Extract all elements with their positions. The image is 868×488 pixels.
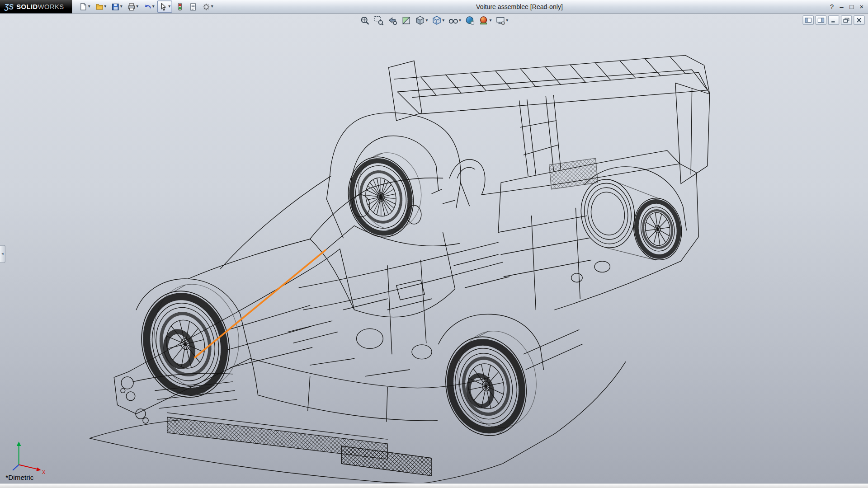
eyeglasses-icon bbox=[448, 15, 458, 25]
options-button[interactable]: ▾ bbox=[200, 0, 215, 13]
section-view-button[interactable] bbox=[400, 15, 412, 26]
solidworks-window: ƷS SOLIDWORKS ▾ ▾ ▾ ▾ bbox=[0, 0, 868, 488]
undo-icon bbox=[143, 2, 152, 11]
graphics-viewport[interactable]: ▾ ▾ ▾ bbox=[0, 13, 868, 483]
close-button[interactable]: × bbox=[860, 3, 864, 10]
triad-x-label: X bbox=[42, 469, 46, 475]
restore-document-icon bbox=[843, 18, 850, 23]
chevron-down-icon: ▾ bbox=[152, 5, 155, 9]
display-style-icon bbox=[432, 15, 442, 25]
chevron-down-icon: ▾ bbox=[442, 18, 444, 23]
titlebar: ƷS SOLIDWORKS ▾ ▾ ▾ ▾ bbox=[0, 0, 868, 14]
new-document-button[interactable]: ▾ bbox=[77, 0, 92, 13]
minimize-document-icon bbox=[830, 18, 837, 23]
minimize-document-button[interactable] bbox=[828, 15, 839, 25]
file-properties-icon bbox=[188, 2, 197, 11]
view-orientation-button[interactable]: ▾ bbox=[414, 15, 429, 26]
minimize-button[interactable]: – bbox=[840, 3, 844, 10]
zoom-to-area-icon bbox=[373, 15, 383, 25]
hide-show-items-button[interactable]: ▾ bbox=[447, 15, 462, 26]
document-window-controls bbox=[803, 15, 865, 25]
save-icon bbox=[111, 2, 120, 11]
view-settings-button[interactable]: ▾ bbox=[494, 15, 509, 26]
new-document-icon bbox=[79, 2, 88, 11]
chevron-down-icon: ▾ bbox=[168, 5, 170, 9]
rebuild-traffic-light-icon bbox=[175, 2, 184, 11]
save-button[interactable]: ▾ bbox=[109, 0, 124, 13]
view-settings-icon bbox=[495, 15, 505, 25]
chevron-down-icon: ▾ bbox=[104, 5, 106, 9]
print-icon bbox=[127, 2, 136, 11]
window-title: Voiture assemblee [Read-only] bbox=[476, 0, 563, 13]
pane-left-icon bbox=[805, 18, 811, 23]
select-cursor-icon bbox=[159, 2, 168, 11]
previous-view-button[interactable] bbox=[387, 15, 399, 26]
chevron-down-icon: ▾ bbox=[506, 18, 508, 23]
heads-up-view-toolbar: ▾ ▾ ▾ bbox=[359, 15, 509, 26]
pane-left-button[interactable] bbox=[803, 15, 814, 25]
chevron-down-icon: ▾ bbox=[120, 5, 123, 9]
pane-right-button[interactable] bbox=[816, 15, 826, 25]
apply-scene-icon bbox=[479, 15, 489, 25]
chevron-down-icon: ▾ bbox=[136, 5, 138, 9]
chevron-down-icon: ▾ bbox=[489, 18, 491, 23]
print-button[interactable]: ▾ bbox=[125, 0, 140, 13]
featuremanager-collapse-tab[interactable]: ◂ bbox=[0, 245, 5, 263]
close-document-icon bbox=[856, 18, 863, 23]
edit-appearance-button[interactable] bbox=[464, 15, 476, 26]
view-orientation-cube-icon bbox=[415, 15, 425, 25]
file-properties-button[interactable] bbox=[187, 0, 199, 13]
maximize-button[interactable]: □ bbox=[849, 3, 854, 10]
zoom-to-fit-icon bbox=[360, 15, 370, 25]
options-gear-icon bbox=[202, 2, 211, 11]
display-style-button[interactable]: ▾ bbox=[431, 15, 446, 26]
close-document-button[interactable] bbox=[854, 15, 864, 25]
3ds-logo-icon: ƷS bbox=[5, 3, 14, 11]
solidworks-logo: ƷS SOLIDWORKS bbox=[0, 0, 72, 13]
selected-edge-highlight bbox=[195, 250, 326, 357]
appearance-ball-icon bbox=[465, 15, 475, 25]
open-folder-icon bbox=[94, 2, 104, 11]
chevron-down-icon: ▾ bbox=[459, 18, 461, 23]
chevron-down-icon: ▾ bbox=[211, 5, 213, 9]
zoom-to-area-button[interactable] bbox=[373, 15, 385, 26]
section-view-icon bbox=[401, 15, 411, 25]
collapse-arrow-icon: ◂ bbox=[1, 252, 3, 256]
apply-scene-button[interactable]: ▾ bbox=[478, 15, 493, 26]
previous-view-icon bbox=[387, 15, 397, 25]
brand-text: SOLIDWORKS bbox=[16, 3, 64, 10]
bottom-edge-strip bbox=[0, 483, 868, 488]
chevron-down-icon: ▾ bbox=[88, 5, 90, 9]
restore-document-button[interactable] bbox=[841, 15, 852, 25]
view-orientation-label: *Dimetric bbox=[5, 474, 33, 481]
model-wireframe-race-car[interactable] bbox=[0, 13, 868, 483]
window-controls: ? – □ × bbox=[830, 0, 863, 13]
undo-button[interactable]: ▾ bbox=[141, 0, 156, 13]
reference-triad[interactable]: X bbox=[7, 436, 51, 476]
chevron-down-icon: ▾ bbox=[426, 18, 428, 23]
zoom-to-fit-button[interactable] bbox=[359, 15, 371, 26]
rebuild-button[interactable] bbox=[173, 0, 185, 13]
main-toolbar: ▾ ▾ ▾ ▾ ▾ bbox=[76, 1, 215, 12]
select-button[interactable]: ▾ bbox=[157, 0, 172, 13]
open-button[interactable]: ▾ bbox=[93, 0, 108, 13]
help-button[interactable]: ? bbox=[830, 3, 834, 10]
pane-right-icon bbox=[818, 18, 825, 23]
